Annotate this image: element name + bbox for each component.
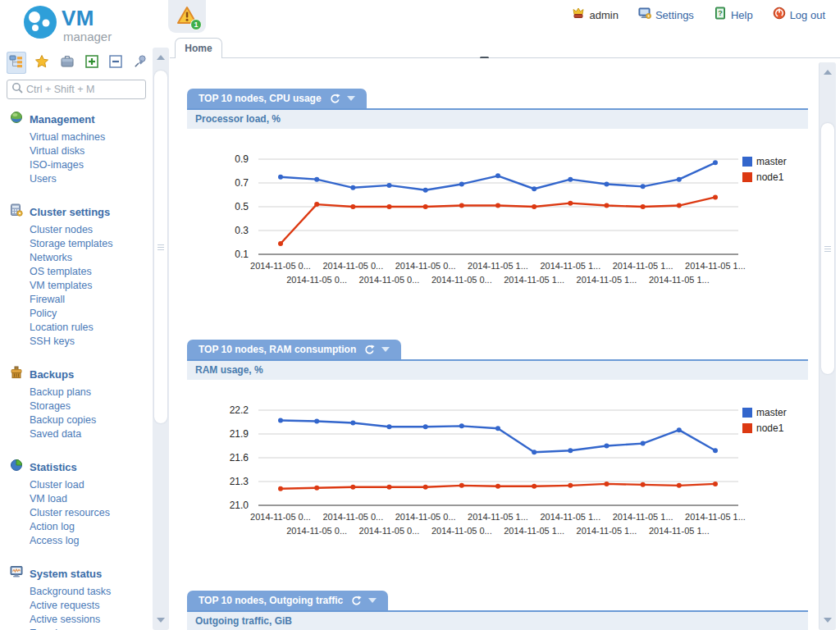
svg-text:0.7: 0.7	[235, 177, 249, 189]
svg-text:0.3: 0.3	[235, 225, 249, 236]
nav-section-title-statistics[interactable]: Statistics	[0, 459, 153, 475]
sidebar-item-active-requests[interactable]: Active requests	[0, 599, 153, 613]
tree-view-icon	[9, 54, 24, 71]
svg-text:21.6: 21.6	[230, 452, 249, 463]
sidebar-scrollbar-thumb[interactable]	[154, 71, 167, 423]
sidebar-item-os-templates[interactable]: OS templates	[0, 265, 153, 279]
minus-box-icon	[109, 55, 122, 71]
scroll-down-arrow[interactable]	[824, 618, 832, 623]
sidebar-item-virtual-machines[interactable]: Virtual machines	[0, 130, 153, 144]
sidebar-item-storages[interactable]: Storages	[0, 399, 153, 413]
scrollbar-grip-icon	[158, 244, 164, 250]
dashboard-button[interactable]	[57, 52, 77, 74]
sidebar-toolbar	[0, 46, 153, 75]
x-axis-label: 2014-11-05 1...	[670, 261, 760, 271]
chart-panel-tab[interactable]: TOP 10 nodes, Outgoing traffic	[187, 591, 388, 610]
scroll-up-arrow[interactable]	[157, 55, 165, 60]
scroll-up-arrow[interactable]	[824, 70, 832, 75]
sidebar-item-saved-data[interactable]: Saved data	[0, 427, 153, 441]
sidebar-item-backup-copies[interactable]: Backup copies	[0, 413, 153, 427]
sidebar-item-action-log[interactable]: Action log	[0, 520, 153, 534]
sidebar-item-vm-load[interactable]: VM load	[0, 492, 153, 506]
help-book-icon: ?	[714, 7, 727, 23]
nav-section-title-cluster-settings[interactable]: Cluster settings	[0, 203, 153, 220]
sidebar-item-cluster-resources[interactable]: Cluster resources	[0, 506, 153, 520]
star-icon	[34, 54, 49, 71]
legend-item-node1: node1	[742, 422, 787, 434]
top-link-admin[interactable]: admin	[572, 7, 618, 23]
content-scrollbar-thumb[interactable]	[821, 123, 834, 374]
chevron-down-icon[interactable]	[368, 598, 377, 603]
statistics-icon	[10, 459, 23, 475]
sidebar-item-ssh-keys[interactable]: SSH keys	[0, 335, 153, 349]
scroll-down-arrow[interactable]	[157, 618, 165, 623]
sidebar-item-users[interactable]: Users	[0, 172, 153, 186]
collapse-all-button[interactable]	[107, 52, 125, 73]
sidebar-item-location-rules[interactable]: Location rules	[0, 321, 153, 335]
sidebar-item-backup-plans[interactable]: Backup plans	[0, 386, 153, 399]
sidebar-item-virtual-disks[interactable]: Virtual disks	[0, 144, 153, 158]
sidebar-item-background-tasks[interactable]: Background tasks	[0, 585, 153, 599]
sidebar-item-cluster-nodes[interactable]: Cluster nodes	[0, 223, 153, 237]
chart-panel-title: TOP 10 nodes, RAM consumption	[199, 344, 356, 355]
chart-legend: masternode1	[742, 156, 787, 183]
nav-section-system-status: System statusBackground tasksActive requ…	[0, 565, 153, 630]
nav-section-label: Cluster settings	[30, 206, 110, 218]
chevron-down-icon[interactable]	[381, 347, 390, 352]
management-icon	[10, 111, 23, 127]
pin-menu-button[interactable]	[130, 52, 150, 74]
legend-swatch	[742, 172, 752, 182]
sidebar-item-firewall[interactable]: Firewall	[0, 293, 153, 307]
legend-swatch	[742, 157, 752, 167]
top-link-help[interactable]: ?Help	[714, 7, 753, 23]
favorites-button[interactable]	[32, 52, 52, 74]
chart-panel-tab[interactable]: TOP 10 nodes, CPU usage	[187, 89, 367, 108]
alerts-button[interactable]: 1	[168, 0, 206, 33]
nav-section-title-backups[interactable]: Backups	[0, 366, 153, 382]
logo-text-secondary: manager	[63, 30, 112, 43]
sidebar-item-policy[interactable]: Policy	[0, 307, 153, 321]
chart-panel-title: TOP 10 nodes, CPU usage	[199, 93, 322, 104]
alert-count-badge: 1	[190, 19, 202, 30]
sidebar-item-networks[interactable]: Networks	[0, 251, 153, 265]
tree-view-button[interactable]	[7, 52, 26, 74]
legend-label: master	[756, 407, 787, 418]
expand-all-button[interactable]	[83, 52, 101, 73]
logout-power-icon	[773, 7, 786, 23]
nav-section-label: Statistics	[30, 461, 77, 473]
main-content: TOP 10 nodes, CPU usageProcessor load, %…	[170, 58, 812, 630]
nav-section-label: Backups	[30, 368, 74, 381]
sidebar-item-cluster-load[interactable]: Cluster load	[0, 478, 153, 492]
refresh-icon[interactable]	[364, 345, 375, 355]
chart-legend: masternode1	[742, 407, 787, 434]
chevron-down-icon[interactable]	[347, 96, 355, 101]
sidebar-item-active-sessions[interactable]: Active sessions	[0, 613, 153, 627]
top-link-log-out[interactable]: Log out	[773, 7, 825, 23]
logo-text-primary: VM	[62, 7, 112, 29]
tab-home[interactable]: Home	[175, 38, 222, 58]
sidebar-scrollbar-track[interactable]	[153, 48, 169, 630]
sidebar-item-error-log[interactable]: Error log	[0, 627, 153, 630]
content-scrollbar-track[interactable]	[819, 62, 836, 630]
legend-item-master: master	[742, 407, 787, 418]
plus-box-icon	[85, 55, 98, 71]
chart-panel-tab[interactable]: TOP 10 nodes, RAM consumption	[187, 340, 401, 359]
refresh-icon[interactable]	[351, 596, 362, 606]
line-chart-plot: 21.021.321.621.922.2	[187, 400, 761, 510]
pin-icon	[133, 54, 148, 71]
user-admin-icon	[572, 7, 585, 23]
nav-section-backups: BackupsBackup plansStoragesBackup copies…	[0, 366, 153, 441]
svg-text:0.1: 0.1	[235, 249, 249, 259]
nav-section-title-system-status[interactable]: System status	[0, 565, 153, 582]
sidebar-item-vm-templates[interactable]: VM templates	[0, 279, 153, 293]
chart-panel-top-10-nodes-cpu-usage: TOP 10 nodes, CPU usageProcessor load, %…	[187, 89, 808, 290]
line-chart-plot: 0.10.30.50.70.9	[187, 149, 761, 259]
refresh-icon[interactable]	[330, 94, 340, 104]
sidebar-item-iso-images[interactable]: ISO-images	[0, 158, 153, 172]
nav-section-label: System status	[30, 568, 102, 580]
nav-section-title-management[interactable]: Management	[0, 111, 153, 127]
sidebar-item-access-log[interactable]: Access log	[0, 534, 153, 548]
sidebar-item-storage-templates[interactable]: Storage templates	[0, 237, 153, 251]
top-link-settings[interactable]: Settings	[638, 7, 694, 23]
search-input[interactable]	[26, 84, 145, 95]
